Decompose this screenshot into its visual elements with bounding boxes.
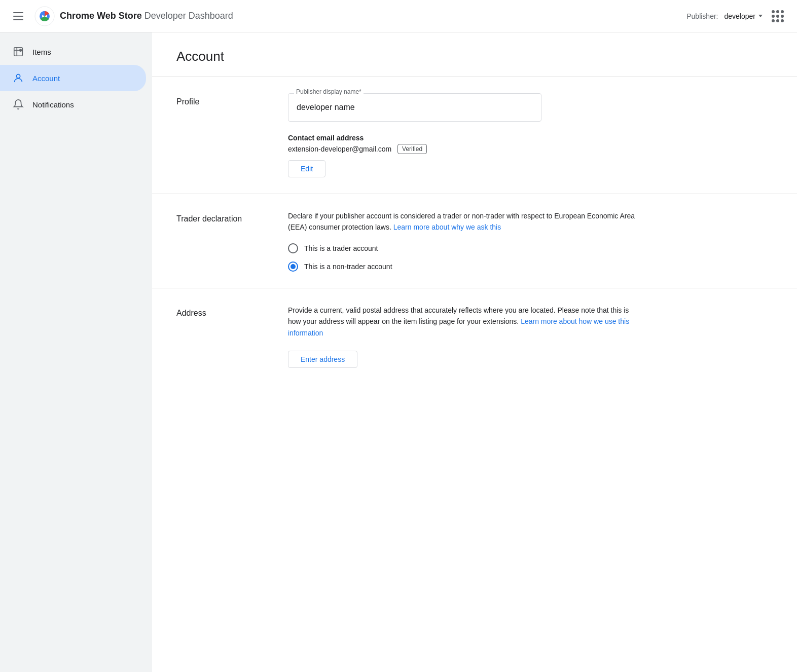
address-label: Address xyxy=(176,305,288,368)
sidebar-item-items[interactable]: Items xyxy=(0,39,146,65)
contact-email-row: extension-developer@gmail.com Verified xyxy=(288,144,643,154)
profile-label: Profile xyxy=(176,93,288,177)
sidebar-account-label: Account xyxy=(32,74,60,83)
sidebar: Items Account Notifications xyxy=(0,32,152,672)
publisher-dropdown[interactable]: developer xyxy=(724,12,763,20)
email-address: extension-developer@gmail.com xyxy=(288,145,391,153)
layout: Items Account Notifications xyxy=(0,32,797,672)
sidebar-item-account[interactable]: Account xyxy=(0,65,146,91)
non-trader-radio-option[interactable]: This is a non-trader account xyxy=(288,262,643,272)
trader-radio-option[interactable]: This is a trader account xyxy=(288,243,643,253)
radio-group: This is a trader account This is a non-t… xyxy=(288,243,643,272)
puzzle-icon xyxy=(12,46,24,58)
address-section: Address Provide a current, valid postal … xyxy=(152,288,797,384)
contact-email-section: Contact email address extension-develope… xyxy=(288,134,643,177)
chevron-down-icon xyxy=(758,15,763,17)
publisher-name-input[interactable]: developer name xyxy=(288,93,541,122)
publisher-label: Publisher: xyxy=(686,12,718,20)
header-left: Chrome Web Store Developer Dashboard xyxy=(10,6,233,26)
page-title: Account xyxy=(152,32,797,77)
edit-button[interactable]: Edit xyxy=(288,160,325,177)
header-right: Publisher: developer xyxy=(686,7,787,25)
profile-content: Publisher display name* developer name C… xyxy=(288,93,643,177)
hamburger-icon[interactable] xyxy=(10,9,26,23)
header: Chrome Web Store Developer Dashboard Pub… xyxy=(0,0,797,32)
non-trader-option-label: This is a non-trader account xyxy=(304,263,392,271)
svg-point-3 xyxy=(16,74,20,78)
address-description: Provide a current, valid postal address … xyxy=(288,305,643,339)
chrome-logo-icon xyxy=(34,6,55,26)
trader-radio-button[interactable] xyxy=(288,243,298,253)
bell-icon xyxy=(12,98,24,110)
main-content: Account Profile Publisher display name* … xyxy=(152,32,797,672)
contact-email-label: Contact email address xyxy=(288,134,643,142)
enter-address-button[interactable]: Enter address xyxy=(288,351,357,368)
publisher-name: developer xyxy=(724,12,756,20)
grid-icon[interactable] xyxy=(769,7,787,25)
verified-badge: Verified xyxy=(397,144,427,154)
sidebar-item-notifications[interactable]: Notifications xyxy=(0,91,146,118)
logo-area: Chrome Web Store Developer Dashboard xyxy=(34,6,233,26)
trader-description: Declare if your publisher account is con… xyxy=(288,210,643,233)
sidebar-items-label: Items xyxy=(32,48,51,56)
trader-option-label: This is a trader account xyxy=(304,244,378,252)
trader-label: Trader declaration xyxy=(176,210,288,272)
publisher-field-label: Publisher display name* xyxy=(294,88,364,95)
profile-section: Profile Publisher display name* develope… xyxy=(152,77,797,194)
person-icon xyxy=(12,72,24,84)
trader-section: Trader declaration Declare if your publi… xyxy=(152,194,797,288)
trader-learn-more-link[interactable]: Learn more about why we ask this xyxy=(393,223,501,231)
publisher-display-name-field: Publisher display name* developer name xyxy=(288,93,541,122)
header-title: Chrome Web Store Developer Dashboard xyxy=(60,11,233,21)
non-trader-radio-button[interactable] xyxy=(288,262,298,272)
address-content: Provide a current, valid postal address … xyxy=(288,305,643,368)
trader-content: Declare if your publisher account is con… xyxy=(288,210,643,272)
sidebar-notifications-label: Notifications xyxy=(32,100,74,109)
